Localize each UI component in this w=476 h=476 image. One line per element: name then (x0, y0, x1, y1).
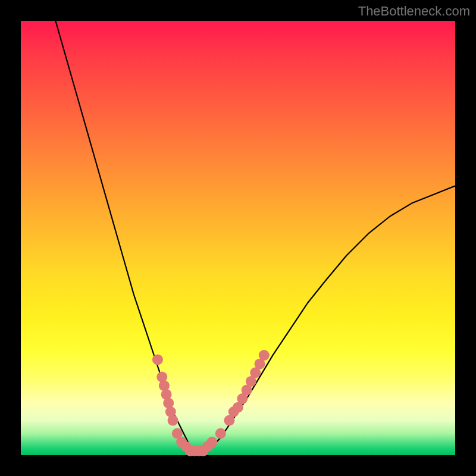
marker-dot (152, 354, 163, 365)
plot-area (21, 21, 455, 455)
marker-dot (206, 437, 217, 447)
highlight-markers (152, 350, 270, 456)
curve-svg (21, 21, 455, 455)
watermark-text: TheBottleneck.com (358, 4, 470, 19)
bottleneck-curve-path (55, 21, 455, 451)
bottleneck-curve (55, 21, 455, 451)
marker-dot (215, 428, 226, 439)
marker-dot (168, 415, 178, 426)
marker-dot (259, 350, 270, 361)
chart-frame: TheBottleneck.com (0, 0, 476, 476)
